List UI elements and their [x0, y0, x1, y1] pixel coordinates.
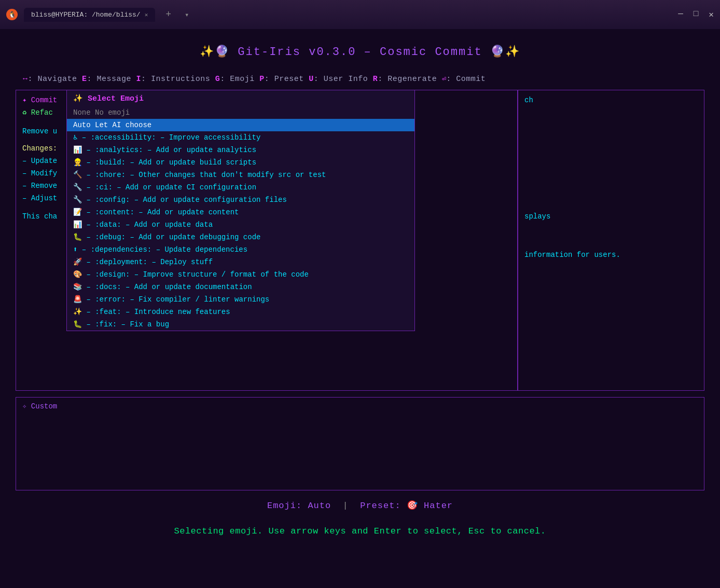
r-key: R: [373, 75, 378, 84]
u-key: U: [309, 75, 314, 84]
dropdown-item-debug[interactable]: 🐛 – :debug: – Add or update debugging co…: [67, 231, 414, 243]
terminal-area: ✨🔮 Git-Iris v0.3.0 – Cosmic Commit 🔮✨ ↔:…: [0, 29, 720, 588]
dropdown-item-analytics[interactable]: 📊 – :analytics: – Add or update analytic…: [67, 144, 414, 156]
bottom-hint: Selecting emoji. Use arrow keys and Ente…: [0, 516, 720, 541]
status-separator: |: [337, 501, 360, 511]
enter-label: : Commit: [446, 75, 486, 84]
dropdown-item-feat[interactable]: ✨ – :feat: – Introduce new features: [67, 306, 414, 318]
dropdown-item-docs[interactable]: 📚 – :docs: – Add or update documentation: [67, 281, 414, 293]
app-header: ✨🔮 Git-Iris v0.3.0 – Cosmic Commit 🔮✨: [0, 29, 720, 69]
dropdown-list: None No emoji Auto Let AI choose ♿ – :ac…: [66, 106, 415, 331]
terminal-tab[interactable]: bliss@HYPERIA: /home/bliss/ ✕: [24, 8, 155, 22]
enter-key: ⏎: [442, 75, 446, 83]
right-ch: ch: [524, 94, 698, 107]
dropdown-item-dependencies[interactable]: ⬆️ – :dependencies: – Update dependencie…: [67, 243, 414, 256]
p-label: : Preset: [265, 75, 304, 84]
window-controls: — □ ✕: [678, 9, 714, 20]
keybinding-bar: ↔: Navigate E: Message I: Instructions G…: [0, 69, 720, 90]
dropdown-item-error[interactable]: 🚨 – :error: – Fix compiler / linter warn…: [67, 293, 414, 306]
emoji-status-label: Emoji:: [267, 501, 302, 511]
titlebar: 🐧 bliss@HYPERIA: /home/bliss/ ✕ + ▾ — □ …: [0, 0, 720, 29]
custom-panel: ✧ Custom: [16, 397, 704, 490]
i-key: I: [136, 75, 142, 84]
p-key: P: [259, 75, 265, 84]
dropdown-item-accessibility[interactable]: ♿ – :accessibility: – Improve accessibil…: [67, 131, 414, 144]
dropdown-item-content[interactable]: 📝 – :content: – Add or update content: [67, 206, 414, 218]
dropdown-item-ci[interactable]: 🔧 – :ci: – Add or update CI configuratio…: [67, 181, 414, 194]
ubuntu-icon: 🐧: [6, 9, 18, 20]
emoji-status-value: Auto: [308, 501, 331, 511]
close-window-button[interactable]: ✕: [709, 9, 714, 20]
dropdown-item-data[interactable]: 📊 – :data: – Add or update data: [67, 218, 414, 231]
maximize-button[interactable]: □: [694, 9, 699, 20]
dropdown-item-config[interactable]: 🔧 – :config: – Add or update configurati…: [67, 194, 414, 206]
app-title: ✨🔮 Git-Iris v0.3.0 – Cosmic Commit 🔮✨: [200, 46, 520, 59]
nav-key: ↔: [23, 75, 28, 84]
g-key: G: [215, 75, 220, 84]
dropdown-item-none[interactable]: None No emoji: [67, 106, 414, 119]
hint-text: Selecting emoji. Use arrow keys and Ente…: [174, 526, 546, 536]
u-label: : User Info: [314, 75, 368, 84]
new-tab-button[interactable]: +: [161, 7, 175, 22]
main-content: ✦ Commit ♻ Refac Remove u Changes: – Upd…: [0, 90, 720, 391]
e-key: E: [82, 75, 87, 84]
e-label: : Message: [87, 75, 132, 84]
nav-label: : Navigate: [28, 75, 77, 84]
tab-title: bliss@HYPERIA: /home/bliss/: [31, 11, 141, 19]
right-info: information for users.: [524, 249, 698, 262]
dropdown-item-fix[interactable]: 🐛 – :fix: – Fix a bug: [67, 318, 414, 331]
dropdown-item-chore[interactable]: 🔨 – :chore: – Other changes that don't m…: [67, 169, 414, 181]
right-splays: splays: [524, 211, 698, 223]
bottom-area: ✧ Custom: [0, 391, 720, 490]
close-tab-button[interactable]: ✕: [145, 11, 148, 18]
dropdown-item-deployment[interactable]: 🚀 – :deployment: – Deploy stuff: [67, 256, 414, 268]
right-panel: ch splays information for users.: [518, 90, 704, 391]
emoji-dropdown[interactable]: ✨ Select Emoji None No emoji Auto Let AI…: [66, 90, 415, 331]
minimize-button[interactable]: —: [678, 9, 683, 20]
preset-status-label: Preset:: [360, 501, 400, 511]
dropdown-item-build[interactable]: 👷 – :build: – Add or update build script…: [67, 156, 414, 169]
preset-status-value: Hater: [424, 501, 453, 511]
dropdown-item-design[interactable]: 🎨 – :design: – Improve structure / forma…: [67, 268, 414, 281]
custom-label: ✧ Custom: [22, 402, 57, 411]
status-bar: Emoji: Auto | Preset: 🎯 Hater: [0, 490, 720, 516]
dropdown-header: ✨ Select Emoji: [66, 90, 415, 106]
dropdown-item-auto[interactable]: Auto Let AI choose: [67, 119, 414, 131]
preset-status-icon: 🎯: [407, 501, 418, 511]
g-label: : Emoji: [220, 75, 255, 84]
r-label: : Regenerate: [378, 75, 437, 84]
tabs-dropdown-button[interactable]: ▾: [182, 8, 192, 21]
i-label: : Instructions: [141, 75, 210, 84]
